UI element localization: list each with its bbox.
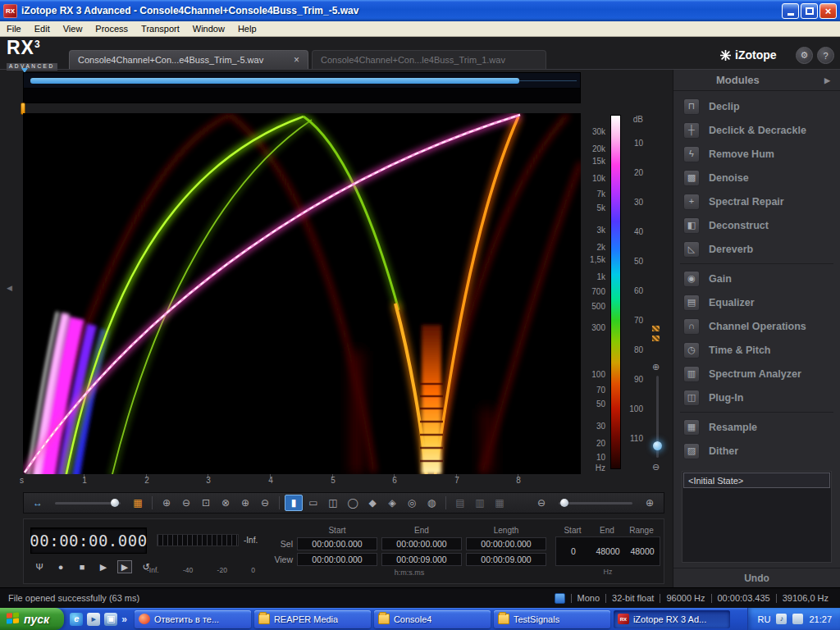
record-button[interactable]: ● xyxy=(53,560,68,573)
left-panel-collapse-arrow[interactable]: ◀ xyxy=(7,284,12,292)
waveform-overview[interactable] xyxy=(23,72,581,103)
view-end-field[interactable]: 00:00:09.000 xyxy=(381,553,462,566)
free-selection-tool-button[interactable]: ◫ xyxy=(324,495,342,511)
minimize-button[interactable] xyxy=(782,3,799,19)
settings-wrench-icon[interactable]: ⚙ xyxy=(796,47,813,64)
sel-length-field[interactable]: 00:00:00.000 xyxy=(466,537,546,550)
time-selection-tool-button[interactable]: ▮ xyxy=(285,495,303,511)
hzoom-slider[interactable] xyxy=(559,502,632,504)
time-freq-selection-tool-button[interactable]: ▭ xyxy=(304,495,322,511)
tab-close-icon[interactable]: × xyxy=(287,54,299,66)
menu-window[interactable]: Window xyxy=(186,22,231,35)
tray-app-icon[interactable] xyxy=(792,614,803,624)
stop-button[interactable]: ■ xyxy=(75,560,89,573)
grid-toggle-button[interactable]: ▦ xyxy=(129,495,147,511)
overview-zoom-slider[interactable] xyxy=(55,502,121,504)
freq-tick: 15k xyxy=(578,158,605,166)
media-player-icon[interactable]: ▸ xyxy=(87,613,100,626)
zoom-freq-in-button[interactable]: ⊕ xyxy=(236,495,254,511)
internet-explorer-icon[interactable]: e xyxy=(70,613,83,626)
spectrogram-layer-icon[interactable] xyxy=(651,335,660,342)
view-start-field[interactable]: 00:00:00.000 xyxy=(297,553,377,566)
keyboard-language-indicator[interactable]: RU xyxy=(758,614,771,624)
db-colormap-bar[interactable] xyxy=(610,115,621,469)
pan-tool-button[interactable]: ↔ xyxy=(29,495,47,511)
sel-end-field[interactable]: 00:00:00.000 xyxy=(381,537,462,550)
hand-tool-button[interactable]: ◍ xyxy=(422,495,441,511)
layout-b-button[interactable]: ▥ xyxy=(471,495,489,511)
sel-start-field[interactable]: 00:00:00.000 xyxy=(297,537,377,550)
module-declick-decrackle[interactable]: ┼Declick & Decrackle xyxy=(673,118,840,142)
module-spectrum-analyzer[interactable]: ▥Spectrum Analyzer xyxy=(673,362,840,386)
menu-help[interactable]: Help xyxy=(231,22,263,35)
hzoom-in-button[interactable]: ⊕ xyxy=(641,495,659,511)
module-dereverb[interactable]: ◺Dereverb xyxy=(673,237,840,261)
system-tray: RU ♪ 21:27 xyxy=(747,608,840,630)
menu-file[interactable]: File xyxy=(0,22,28,35)
module-resample[interactable]: ▦Resample xyxy=(673,415,840,439)
module-spectral-repair[interactable]: +Spectral Repair xyxy=(673,189,840,213)
zoom-time-out-button[interactable]: ⊖ xyxy=(177,495,195,511)
freq-tick: 3k xyxy=(578,226,605,235)
hzoom-out-button[interactable]: ⊖ xyxy=(532,495,550,511)
task-console4-folder[interactable]: Console4 xyxy=(374,610,491,628)
module-dither[interactable]: ▨Dither xyxy=(673,439,840,463)
play-button[interactable]: ▶ xyxy=(96,560,111,573)
selection-readout-table: Start End Length Sel 00:00:00.000 00:00:… xyxy=(270,526,549,577)
start-button[interactable]: пуск xyxy=(0,608,64,630)
vzoom-slider[interactable] xyxy=(656,376,659,458)
magic-wand-tool-button[interactable]: ◈ xyxy=(383,495,401,511)
menu-transport[interactable]: Transport xyxy=(135,22,186,35)
task-browser-reply[interactable]: Ответить в те... xyxy=(135,610,251,628)
menu-edit[interactable]: Edit xyxy=(28,22,57,35)
task-reaper-media-folder[interactable]: REAPER Media xyxy=(254,610,371,628)
layout-a-button[interactable]: ▤ xyxy=(451,495,469,511)
zoom-freq-out-button[interactable]: ⊖ xyxy=(256,495,274,511)
module-plug-in[interactable]: ◫Plug-In xyxy=(673,386,840,409)
slider-knob[interactable] xyxy=(560,499,568,507)
close-button[interactable]: × xyxy=(819,3,837,19)
module-deconstruct[interactable]: ◧Deconstruct xyxy=(673,213,840,237)
quick-launch: e ▸ ▣ » xyxy=(64,613,133,626)
view-length-field[interactable]: 00:00:09.000 xyxy=(466,553,546,566)
slider-knob[interactable] xyxy=(111,499,119,507)
module-gain[interactable]: ◉Gain xyxy=(673,267,840,290)
menu-view[interactable]: View xyxy=(57,22,89,35)
mic-icon[interactable]: Ψ xyxy=(32,560,47,573)
zoom-reset-button[interactable]: ⊗ xyxy=(217,495,235,511)
vzoom-out-button[interactable]: ⊖ xyxy=(652,463,660,472)
quick-launch-overflow-icon[interactable]: » xyxy=(121,614,127,625)
lasso-tool-button[interactable]: ◯ xyxy=(344,495,362,511)
vzoom-in-button[interactable]: ⊕ xyxy=(652,363,660,372)
task-testsignals-folder[interactable]: TestSignals xyxy=(494,610,610,628)
tab-file-2[interactable]: Console4Channel+Con...le4Buss_Trim_1.wav xyxy=(312,50,546,69)
spectrogram-display[interactable] xyxy=(23,113,581,474)
module-denoise[interactable]: ▩Denoise xyxy=(673,166,840,189)
zoom-tool-button[interactable]: ◎ xyxy=(403,495,421,511)
show-desktop-icon[interactable]: ▣ xyxy=(104,613,117,626)
brush-tool-button[interactable]: ◆ xyxy=(363,495,381,511)
db-tick: 90 xyxy=(623,376,643,384)
zoom-time-in-button[interactable]: ⊕ xyxy=(158,495,176,511)
freq-tick: 5k xyxy=(578,204,605,212)
play-selection-button[interactable]: ▶ xyxy=(117,560,132,573)
task-izotope-rx3[interactable]: RX iZotope RX 3 Ad... xyxy=(614,610,730,628)
maximize-button[interactable] xyxy=(801,3,818,19)
volume-icon[interactable]: ♪ xyxy=(776,614,787,624)
vzoom-knob[interactable] xyxy=(653,441,662,450)
history-list[interactable]: <Initial State> xyxy=(682,471,832,563)
history-item-initial-state[interactable]: <Initial State> xyxy=(683,472,830,488)
layout-c-button[interactable]: ▦ xyxy=(491,495,509,511)
help-icon[interactable]: ? xyxy=(817,47,834,64)
module-channel-operations[interactable]: ∩Channel Operations xyxy=(673,314,840,338)
screen: RX iZotope RX 3 Advanced - Console4Chann… xyxy=(0,0,840,630)
menu-process[interactable]: Process xyxy=(89,22,135,35)
zoom-selection-button[interactable]: ⊡ xyxy=(197,495,215,511)
module-equalizer[interactable]: ▤Equalizer xyxy=(673,290,840,314)
spectrogram-layer-icon[interactable] xyxy=(651,325,660,332)
module-declip[interactable]: ⊓Declip xyxy=(673,94,840,118)
modules-expand-arrow[interactable]: ▶ xyxy=(824,76,830,84)
tab-file-1[interactable]: Console4Channel+Con...e4Buss_Trim_-5.wav… xyxy=(69,50,308,69)
module-remove-hum[interactable]: ϟRemove Hum xyxy=(673,142,840,166)
module-time-pitch[interactable]: ◷Time & Pitch xyxy=(673,338,840,362)
